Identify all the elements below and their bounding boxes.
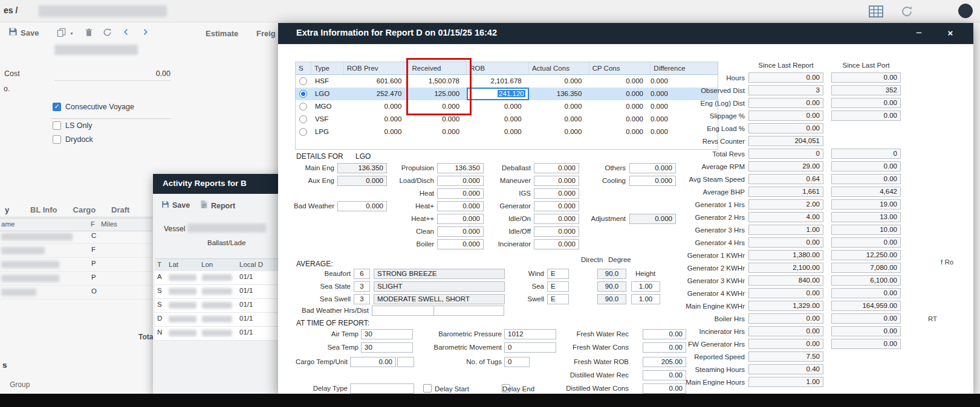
tab[interactable]: BL Info [30, 205, 57, 214]
divider [51, 118, 171, 119]
beaufort-input[interactable]: 6 [354, 269, 370, 279]
fuel-received[interactable]: 0.000 [409, 126, 467, 138]
table-row[interactable]: F [0, 244, 153, 258]
fuel-select-radio[interactable] [299, 115, 307, 123]
group-label: Group [10, 380, 30, 389]
refresh-icon[interactable] [103, 28, 112, 39]
delete-icon[interactable] [85, 28, 93, 39]
table-row[interactable]: O [0, 286, 153, 300]
sea-state-input[interactable]: 3 [354, 281, 370, 292]
stats-label: Slippage % [641, 112, 745, 120]
bad-weather-dist-input[interactable] [433, 306, 504, 316]
activity-report-button[interactable]: Report [200, 200, 235, 211]
modal-titlebar[interactable]: Extra Information for Report D on 01/15/… [278, 23, 973, 44]
col-header: F [91, 220, 95, 228]
table-row[interactable]: P [0, 272, 153, 286]
delay-start-checkbox[interactable] [423, 384, 432, 393]
bad-weather-hrs-input[interactable] [372, 306, 434, 316]
fuel-select-radio[interactable] [299, 90, 307, 98]
stats-label: Main Engine Hours [641, 379, 745, 386]
vessel-label: Vessel [164, 225, 185, 233]
stats-value-since-last-port: 4,642 [831, 187, 901, 197]
fuel-rob[interactable]: 0.000 [467, 100, 529, 113]
incinerator-label: Incinerator [469, 240, 531, 248]
swell-direction-input[interactable]: E [547, 294, 569, 304]
grid-icon[interactable] [869, 5, 883, 20]
tab[interactable]: Cargo [73, 205, 96, 214]
incinerator-input[interactable]: 0.000 [534, 239, 579, 249]
fuel-rob[interactable]: 241.120 [467, 88, 529, 100]
generator-input[interactable]: 0.000 [534, 201, 579, 211]
stats-value-since-last-report: 4.00 [748, 212, 823, 222]
cargo-temp-unit-input[interactable] [397, 357, 414, 367]
fuel-select-radio[interactable] [299, 77, 307, 85]
delay-end-label: Delay End [502, 385, 534, 393]
fuel-rob[interactable]: 2,101.678 [467, 75, 529, 88]
close-button[interactable]: × [943, 27, 958, 40]
tab-fragment: y [5, 205, 9, 214]
freight-button[interactable]: Freig [256, 29, 276, 38]
fuel-rob-prev: 0.000 [344, 126, 409, 138]
fuel-col-header: ROB [467, 62, 529, 74]
globe-icon[interactable] [958, 4, 973, 18]
wind-label: Wind [511, 270, 544, 277]
report-type: D [157, 315, 162, 322]
caret-down-icon[interactable]: ▼ [70, 31, 74, 36]
table-row[interactable]: C [0, 230, 153, 244]
save-button[interactable]: Save [8, 27, 39, 39]
local-date: 01/1 [239, 315, 253, 322]
sync-icon[interactable] [900, 5, 913, 21]
fuel-rob[interactable]: 0.000 [467, 126, 529, 138]
cargo-temp-input[interactable]: 0.00 [350, 357, 396, 367]
stats-row: Generator 2 KWHr 2,100.00 7,080.00 [641, 263, 902, 273]
stats-label: Generator 2 KWHr [641, 264, 745, 272]
redacted-lon [202, 316, 232, 322]
air-temp-input[interactable]: 30 [361, 329, 413, 339]
drydock-checkbox-row[interactable]: Drydock [53, 135, 93, 144]
sea-temp-input[interactable]: 30 [361, 342, 413, 353]
sea-degree-input[interactable]: 90.0 [597, 281, 626, 292]
idle-off-input[interactable]: 0.000 [534, 226, 579, 237]
stats-value-since-last-port: 0.00 [831, 72, 901, 83]
copy-icon[interactable] [57, 28, 66, 39]
no-of-tugs-input[interactable]: 0 [504, 357, 530, 367]
fuel-select-radio[interactable] [299, 128, 307, 136]
fuel-received[interactable]: 1,500.078 [409, 75, 467, 88]
tab[interactable]: Draft [111, 205, 129, 214]
fuel-type: LPG [311, 126, 344, 138]
activity-save-button[interactable]: Save [161, 200, 190, 211]
igs-input[interactable]: 0.000 [534, 188, 579, 199]
bottom-black-bar [0, 394, 980, 407]
consecutive-voyage-checkbox[interactable] [53, 103, 61, 111]
chevron-left-icon[interactable] [122, 28, 130, 39]
table-row[interactable]: P [0, 258, 153, 272]
drydock-checkbox[interactable] [53, 135, 61, 144]
fuel-select-radio[interactable] [299, 103, 307, 111]
fuel-received[interactable]: 0.000 [409, 113, 467, 126]
checkbox-label: Drydock [65, 135, 93, 144]
barometric-movement-label: Barometric Movement [414, 344, 502, 351]
minimize-button[interactable]: − [912, 27, 926, 40]
fuel-received[interactable]: 125.000 [409, 88, 467, 100]
swell-degree-input[interactable]: 90.0 [597, 294, 626, 304]
delay-type-input[interactable] [350, 383, 414, 394]
stats-value-since-last-report: 0.00 [748, 326, 823, 336]
consecutive-voyage-checkbox-row[interactable]: Consecutive Voyage [53, 103, 134, 111]
sea-direction-input[interactable]: E [547, 281, 569, 292]
sea-swell-label: Sea Swell [290, 295, 351, 303]
ls-only-checkbox-row[interactable]: LS Only [53, 121, 92, 130]
redacted-name [1, 233, 73, 240]
stats-value-since-last-report: 1,661 [748, 187, 823, 197]
local-date: 01/1 [239, 301, 253, 308]
chevron-right-icon[interactable] [141, 28, 149, 39]
sea-swell-desc: MODERATE SWELL, SHORT [374, 294, 505, 304]
estimate-button[interactable]: Estimate [206, 29, 238, 38]
stats-label: Main Engine KWHr [641, 303, 745, 310]
wind-direction-input[interactable]: E [547, 269, 569, 279]
wind-degree-input[interactable]: 90.0 [597, 269, 626, 279]
fuel-rob[interactable]: 0.000 [467, 113, 529, 126]
redacted-lat [169, 274, 196, 281]
sea-swell-input[interactable]: 3 [354, 294, 370, 304]
fuel-received[interactable]: 0.000 [409, 100, 467, 113]
ls-only-checkbox[interactable] [53, 121, 61, 130]
